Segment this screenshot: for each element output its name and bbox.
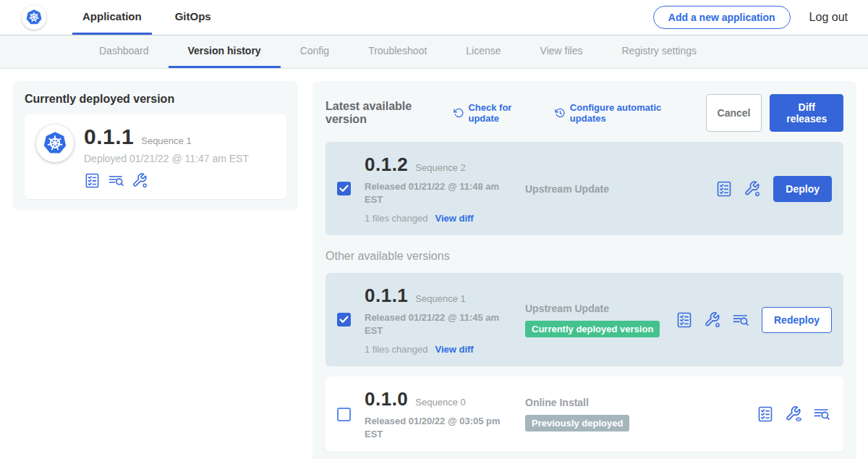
configure-automatic-updates-link[interactable]: Configure automatic updates bbox=[555, 102, 689, 124]
checkmark-icon bbox=[339, 184, 349, 193]
check-for-update-link[interactable]: Check for update bbox=[454, 102, 539, 124]
view-logs-icon[interactable] bbox=[108, 172, 124, 189]
currently-deployed-badge: Currently deployed version bbox=[525, 321, 660, 337]
tab-application[interactable]: Application bbox=[72, 0, 152, 35]
cancel-button[interactable]: Cancel bbox=[706, 94, 762, 132]
preflight-checks-icon[interactable] bbox=[84, 172, 101, 189]
version-number: 0.1.2 bbox=[365, 153, 408, 176]
edit-config-icon[interactable] bbox=[744, 180, 761, 198]
files-changed-label: 1 files changed bbox=[365, 344, 427, 355]
app-subnav: Dashboard Version history Config Trouble… bbox=[0, 35, 868, 69]
version-checkbox[interactable] bbox=[337, 182, 351, 195]
kubernetes-logo-icon bbox=[36, 125, 74, 162]
version-row-0-1-2: 0.1.2 Sequence 2 Released 01/21/22 @ 11:… bbox=[326, 142, 843, 235]
preflight-checks-icon[interactable] bbox=[757, 405, 774, 423]
kubernetes-logo-icon bbox=[22, 5, 46, 30]
version-checkbox[interactable] bbox=[337, 313, 351, 327]
deploy-button[interactable]: Deploy bbox=[773, 176, 832, 202]
version-checkbox[interactable] bbox=[337, 408, 351, 421]
previously-deployed-badge: Previously deployed bbox=[525, 415, 629, 431]
view-logs-icon[interactable] bbox=[732, 311, 749, 329]
sequence-label: Sequence 1 bbox=[415, 293, 465, 304]
version-number: 0.1.1 bbox=[365, 285, 408, 307]
checkmark-icon bbox=[339, 315, 349, 324]
subnav-config[interactable]: Config bbox=[281, 35, 349, 68]
currently-deployed-title: Currently deployed version bbox=[25, 93, 286, 106]
app-logo bbox=[22, 0, 46, 35]
version-source: Online Install bbox=[525, 397, 757, 408]
version-row-0-1-1: 0.1.1 Sequence 1 Released 01/21/22 @ 11:… bbox=[326, 273, 843, 366]
subnav-registry-settings[interactable]: Registry settings bbox=[602, 35, 715, 68]
view-config-icon[interactable] bbox=[785, 405, 802, 423]
redeploy-button[interactable]: Redeploy bbox=[762, 307, 832, 333]
top-navbar: Application GitOps Add a new application… bbox=[0, 0, 868, 35]
sequence-label: Sequence 2 bbox=[415, 162, 465, 173]
version-source: Upstream Update bbox=[525, 183, 715, 195]
subnav-dashboard[interactable]: Dashboard bbox=[80, 35, 169, 68]
released-timestamp: Released 01/21/22 @ 11:48 am EST bbox=[365, 180, 501, 206]
subnav-troubleshoot[interactable]: Troubleshoot bbox=[349, 35, 446, 68]
latest-available-title: Latest available version bbox=[326, 100, 446, 126]
refresh-icon bbox=[454, 107, 464, 119]
view-diff-link[interactable]: View diff bbox=[435, 213, 473, 224]
edit-config-icon[interactable] bbox=[704, 311, 721, 329]
add-new-application-button[interactable]: Add a new application bbox=[653, 6, 791, 29]
other-available-versions-title: Other available versions bbox=[326, 250, 843, 263]
deployed-timestamp: Deployed 01/21/22 @ 11:47 am EST bbox=[84, 153, 249, 164]
preflight-checks-icon[interactable] bbox=[715, 180, 733, 198]
diff-releases-button[interactable]: Diff releases bbox=[770, 94, 843, 132]
available-versions-panel: Latest available version Check for updat… bbox=[312, 81, 856, 459]
subnav-license[interactable]: License bbox=[446, 35, 520, 68]
view-diff-link[interactable]: View diff bbox=[435, 344, 473, 355]
released-timestamp: Released 01/21/22 @ 11:45 am EST bbox=[365, 311, 501, 337]
preflight-checks-icon[interactable] bbox=[676, 311, 693, 329]
subnav-version-history[interactable]: Version history bbox=[169, 35, 281, 68]
view-logs-icon[interactable] bbox=[813, 405, 830, 423]
deployed-sequence-label: Sequence 1 bbox=[141, 135, 191, 146]
subnav-view-files[interactable]: View files bbox=[521, 35, 603, 68]
logout-link[interactable]: Log out bbox=[809, 11, 848, 24]
version-source: Upstream Update bbox=[525, 303, 676, 314]
tab-gitops[interactable]: GitOps bbox=[165, 0, 221, 35]
released-timestamp: Released 01/20/22 @ 03:05 pm EST bbox=[365, 415, 501, 440]
files-changed-label: 1 files changed bbox=[365, 213, 427, 224]
version-row-0-1-0: 0.1.0 Sequence 0 Released 01/20/22 @ 03:… bbox=[326, 376, 843, 452]
currently-deployed-panel: Currently deployed version 0.1.1 Sequenc… bbox=[13, 81, 298, 211]
auto-update-clock-icon bbox=[555, 107, 566, 119]
version-number: 0.1.0 bbox=[365, 388, 408, 410]
edit-config-icon[interactable] bbox=[132, 172, 148, 189]
sequence-label: Sequence 0 bbox=[415, 397, 465, 408]
deployed-version-number: 0.1.1 bbox=[84, 125, 134, 149]
deployed-version-card: 0.1.1 Sequence 1 Deployed 01/21/22 @ 11:… bbox=[25, 114, 286, 199]
